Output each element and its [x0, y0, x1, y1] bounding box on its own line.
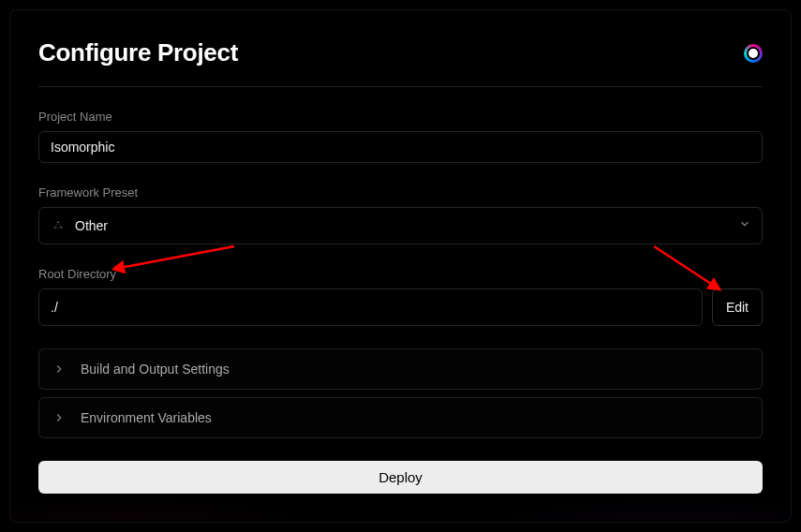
framework-preset-select-wrap: Other: [38, 207, 763, 244]
framework-preset-label: Framework Preset: [38, 185, 763, 200]
root-directory-value: ./: [38, 288, 703, 326]
build-output-settings-accordion[interactable]: Build and Output Settings: [38, 348, 763, 390]
root-directory-edit-button[interactable]: Edit: [712, 288, 763, 326]
framework-preset-value: Other: [75, 218, 108, 233]
framework-badge-icon: [744, 44, 763, 63]
root-directory-text: ./: [51, 300, 58, 315]
configure-project-panel: Configure Project Project Name Framework…: [9, 9, 792, 523]
chevron-right-icon: [52, 411, 66, 424]
deploy-button[interactable]: Deploy: [38, 461, 763, 494]
root-directory-row: ./ Edit: [38, 288, 763, 326]
project-name-label: Project Name: [38, 110, 763, 124]
chevron-right-icon: [52, 362, 66, 376]
svg-line-4: [58, 222, 62, 228]
environment-variables-label: Environment Variables: [81, 410, 212, 425]
svg-line-3: [55, 222, 59, 228]
framework-other-icon: [51, 218, 66, 233]
header-row: Configure Project: [38, 38, 763, 87]
environment-variables-accordion[interactable]: Environment Variables: [38, 397, 763, 438]
root-directory-label: Root Directory: [38, 267, 763, 281]
project-name-input[interactable]: [38, 131, 763, 163]
framework-preset-select[interactable]: Other: [38, 207, 763, 244]
build-output-settings-label: Build and Output Settings: [81, 362, 230, 377]
accordion-group: Build and Output Settings Environment Va…: [38, 348, 763, 438]
page-title: Configure Project: [38, 38, 238, 67]
